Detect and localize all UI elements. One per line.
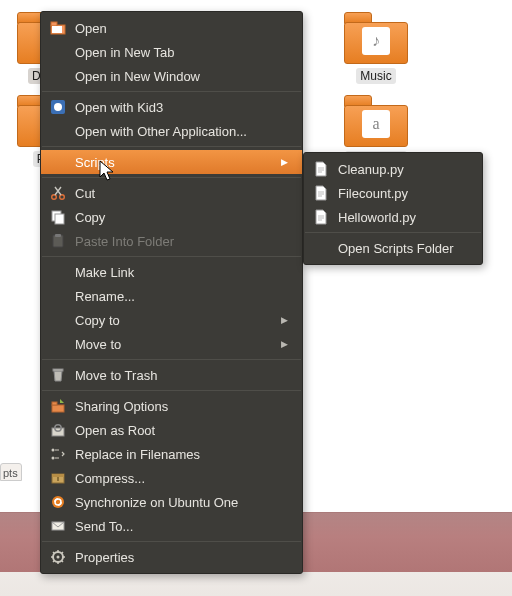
submenu-arrow-icon: ▶ xyxy=(281,315,288,325)
menu-label: Open Scripts Folder xyxy=(338,241,468,256)
menu-copy[interactable]: Copy xyxy=(41,205,302,229)
svg-point-24 xyxy=(57,556,60,559)
menu-copy-to[interactable]: Copy to ▶ xyxy=(41,308,302,332)
paste-icon xyxy=(49,233,67,249)
file-icon xyxy=(312,185,330,201)
menu-label: Filecount.py xyxy=(338,186,468,201)
menu-label: Cut xyxy=(75,186,288,201)
menu-move-to[interactable]: Move to ▶ xyxy=(41,332,302,356)
trash-icon xyxy=(49,367,67,383)
menu-make-link[interactable]: Make Link xyxy=(41,260,302,284)
share-icon xyxy=(49,398,67,414)
scripts-submenu: Cleanup.py Filecount.py Helloworld.py Op… xyxy=(303,152,483,265)
menu-label: Copy to xyxy=(75,313,281,328)
menu-open-with-other[interactable]: Open with Other Application... xyxy=(41,119,302,143)
svg-rect-12 xyxy=(52,405,64,412)
file-icon xyxy=(312,209,330,225)
svg-rect-8 xyxy=(55,214,64,224)
music-note-icon: ♪ xyxy=(362,27,390,55)
menu-label: Compress... xyxy=(75,471,288,486)
menu-properties[interactable]: Properties xyxy=(41,545,302,569)
menu-label: Synchronize on Ubuntu One xyxy=(75,495,288,510)
menu-separator xyxy=(42,359,301,360)
menu-label: Move to xyxy=(75,337,281,352)
replace-icon xyxy=(49,446,67,462)
open-scripts-folder[interactable]: Open Scripts Folder xyxy=(304,236,482,260)
menu-label: Make Link xyxy=(75,265,288,280)
menu-label: Send To... xyxy=(75,519,288,534)
svg-rect-11 xyxy=(53,369,63,371)
compress-icon xyxy=(49,470,67,486)
menu-label: Scripts xyxy=(75,155,281,170)
menu-label: Move to Trash xyxy=(75,368,288,383)
svg-rect-10 xyxy=(55,234,61,237)
menu-label: Open in New Window xyxy=(75,69,288,84)
menu-separator xyxy=(42,541,301,542)
menu-compress[interactable]: Compress... xyxy=(41,466,302,490)
cut-icon xyxy=(49,185,67,201)
context-menu: Open Open in New Tab Open in New Window … xyxy=(40,11,303,574)
menu-separator xyxy=(42,177,301,178)
menu-separator xyxy=(42,146,301,147)
menu-label: Open with Kid3 xyxy=(75,100,288,115)
root-icon xyxy=(49,422,67,438)
menu-open-with-kid3[interactable]: Open with Kid3 xyxy=(41,95,302,119)
svg-point-6 xyxy=(60,195,65,200)
svg-point-16 xyxy=(52,449,55,452)
menu-label: Properties xyxy=(75,550,288,565)
sync-icon xyxy=(49,494,67,510)
menu-open[interactable]: Open xyxy=(41,16,302,40)
menu-scripts[interactable]: Scripts ▶ xyxy=(41,150,302,174)
menu-label: Open with Other Application... xyxy=(75,124,288,139)
properties-icon xyxy=(49,549,67,565)
menu-move-to-trash[interactable]: Move to Trash xyxy=(41,363,302,387)
document-icon: a xyxy=(362,110,390,138)
svg-rect-13 xyxy=(52,402,57,405)
menu-label: Cleanup.py xyxy=(338,162,468,177)
svg-point-21 xyxy=(52,496,64,508)
menu-label: Open in New Tab xyxy=(75,45,288,60)
menu-sync-ubuntu-one[interactable]: Synchronize on Ubuntu One xyxy=(41,490,302,514)
tab-fragment: pts xyxy=(0,463,22,481)
svg-rect-2 xyxy=(52,26,62,33)
menu-open-new-window[interactable]: Open in New Window xyxy=(41,64,302,88)
menu-open-as-root[interactable]: Open as Root xyxy=(41,418,302,442)
send-icon xyxy=(49,518,67,534)
app-icon xyxy=(49,99,67,115)
menu-label: Copy xyxy=(75,210,288,225)
svg-point-17 xyxy=(52,457,55,460)
menu-sharing-options[interactable]: Sharing Options xyxy=(41,394,302,418)
menu-send-to[interactable]: Send To... xyxy=(41,514,302,538)
copy-icon xyxy=(49,209,67,225)
submenu-arrow-icon: ▶ xyxy=(281,339,288,349)
menu-open-new-tab[interactable]: Open in New Tab xyxy=(41,40,302,64)
menu-separator xyxy=(42,256,301,257)
folder-icon: a xyxy=(344,95,408,147)
script-helloworld[interactable]: Helloworld.py xyxy=(304,205,482,229)
menu-label: Rename... xyxy=(75,289,288,304)
folder-open-icon xyxy=(49,20,67,36)
menu-separator xyxy=(305,232,481,233)
svg-rect-1 xyxy=(51,22,57,26)
script-filecount[interactable]: Filecount.py xyxy=(304,181,482,205)
svg-rect-19 xyxy=(52,474,64,477)
menu-label: Helloworld.py xyxy=(338,210,468,225)
menu-label: Replace in Filenames xyxy=(75,447,288,462)
folder-label: Music xyxy=(356,68,395,84)
folder-music[interactable]: ♪ Music xyxy=(333,12,419,84)
svg-point-4 xyxy=(54,103,62,111)
menu-paste-into-folder: Paste Into Folder xyxy=(41,229,302,253)
menu-label: Paste Into Folder xyxy=(75,234,288,249)
menu-label: Open xyxy=(75,21,288,36)
svg-point-5 xyxy=(52,195,57,200)
menu-separator xyxy=(42,390,301,391)
folder-icon: ♪ xyxy=(344,12,408,64)
menu-cut[interactable]: Cut xyxy=(41,181,302,205)
menu-replace-in-filenames[interactable]: Replace in Filenames xyxy=(41,442,302,466)
submenu-arrow-icon: ▶ xyxy=(281,157,288,167)
menu-label: Open as Root xyxy=(75,423,288,438)
script-cleanup[interactable]: Cleanup.py xyxy=(304,157,482,181)
menu-rename[interactable]: Rename... xyxy=(41,284,302,308)
svg-rect-14 xyxy=(52,428,64,436)
menu-label: Sharing Options xyxy=(75,399,288,414)
